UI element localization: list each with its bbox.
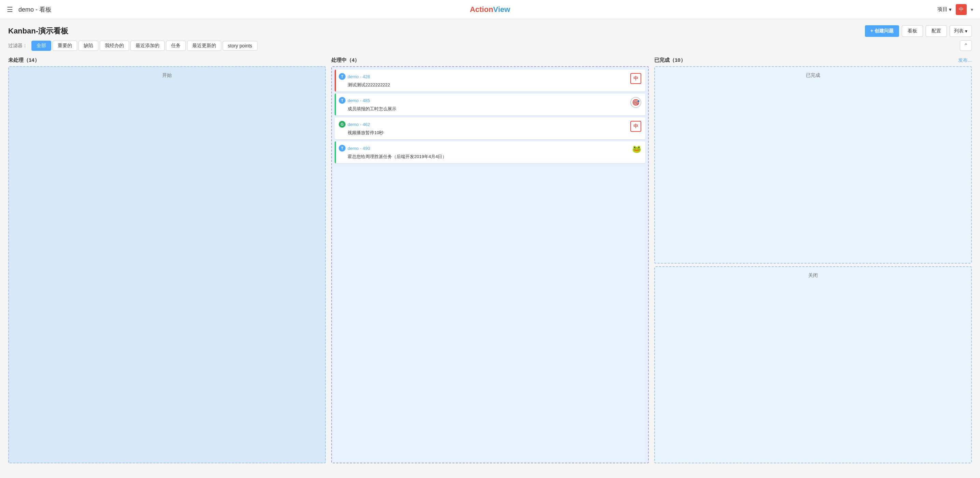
card-428-type-badge: T <box>339 73 345 80</box>
card-462-title: 视频播放暂停10秒 <box>339 130 630 136</box>
nav-title: demo - 看板 <box>18 5 52 14</box>
card-462-priority: 中 <box>630 121 641 132</box>
swimlane-done-label: 已完成 <box>658 70 968 81</box>
card-428-id[interactable]: demo - 428 <box>348 74 370 79</box>
filter-all[interactable]: 全部 <box>32 41 51 51</box>
card-485-meta: T demo - 485 <box>339 97 630 104</box>
card-485[interactable]: T demo - 485 成员填报的工时怎么展示 🎯 <box>335 94 645 115</box>
filter-label: 过滤器： <box>8 43 27 49</box>
card-490-inner: T demo - 490 霍总您给周理胜派任务（后端开发2019年4月4日） 🐸 <box>335 141 645 163</box>
card-462-content: G demo - 462 视频播放暂停10秒 <box>339 121 630 136</box>
swimlane-start: 开始 <box>12 70 322 81</box>
column-done-body: 已完成 关闭 <box>654 66 972 463</box>
card-428-meta: T demo - 428 <box>339 73 630 80</box>
column-todo-header: 未处理（14） <box>8 55 326 66</box>
filter-mine[interactable]: 我经办的 <box>100 41 129 51</box>
card-462[interactable]: G demo - 462 视频播放暂停10秒 中 <box>335 118 645 139</box>
card-485-type-badge: T <box>339 97 345 104</box>
card-485-id[interactable]: demo - 485 <box>348 98 370 103</box>
swimlane-closed-label: 关闭 <box>658 270 968 281</box>
card-485-title: 成员填报的工时怎么展示 <box>339 106 630 112</box>
column-inprogress-header: 处理中（4） <box>331 55 649 66</box>
card-485-priority-icon: 🎯 <box>630 97 641 108</box>
column-inprogress-body: T demo - 428 测试测试2222222222 中 T demo - <box>331 66 649 463</box>
header-actions: + 创建问题 看板 配置 列表 ▾ <box>865 25 972 37</box>
card-490[interactable]: T demo - 490 霍总您给周理胜派任务（后端开发2019年4月4日） 🐸 <box>335 141 645 163</box>
brand-action: Action <box>470 5 493 14</box>
column-todo: 未处理（14） 开始 <box>8 55 326 463</box>
card-490-content: T demo - 490 霍总您给周理胜派任务（后端开发2019年4月4日） <box>339 145 632 160</box>
page-header: Kanban-演示看板 + 创建问题 看板 配置 列表 ▾ <box>0 19 980 40</box>
top-nav: ☰ demo - 看板 ActionView 项目 ▾ 中 ▾ <box>0 0 980 19</box>
card-490-type-badge: T <box>339 145 345 152</box>
column-done: 已完成（10） 发布... 已完成 关闭 <box>654 55 972 463</box>
swimlane-closed: 关闭 <box>654 266 972 464</box>
avatar-dropdown-arrow: ▾ <box>971 7 973 12</box>
column-todo-title: 未处理（14） <box>8 57 40 64</box>
page-title: Kanban-演示看板 <box>8 26 68 36</box>
card-490-title: 霍总您给周理胜派任务（后端开发2019年4月4日） <box>339 154 632 160</box>
card-428[interactable]: T demo - 428 测试测试2222222222 中 <box>335 70 645 92</box>
column-todo-body: 开始 <box>8 66 326 463</box>
filter-important[interactable]: 重要的 <box>52 41 77 51</box>
card-485-content: T demo - 485 成员填报的工时怎么展示 <box>339 97 630 112</box>
card-428-priority: 中 <box>630 73 641 84</box>
card-490-meta: T demo - 490 <box>339 145 632 152</box>
filter-task[interactable]: 任务 <box>166 41 186 51</box>
config-button[interactable]: 配置 <box>926 25 947 37</box>
create-issue-button[interactable]: + 创建问题 <box>865 25 899 37</box>
list-dropdown-button[interactable]: 列表 ▾ <box>950 25 972 37</box>
brand-view: View <box>493 5 510 14</box>
priority-bar-red <box>335 70 336 92</box>
project-dropdown-button[interactable]: 项目 ▾ <box>937 6 952 13</box>
column-inprogress-title: 处理中（4） <box>331 57 360 64</box>
board-area: 未处理（14） 开始 处理中（4） T demo - 428 测试测试222 <box>0 55 980 472</box>
card-428-inner: T demo - 428 测试测试2222222222 中 <box>335 70 645 92</box>
user-avatar[interactable]: 中 <box>956 4 967 15</box>
column-inprogress: 处理中（4） T demo - 428 测试测试2222222222 中 <box>331 55 649 463</box>
brand-logo: ActionView <box>470 5 510 14</box>
card-462-type-badge: G <box>339 121 345 128</box>
filter-story-points[interactable]: story points <box>223 41 258 51</box>
filter-recent-update[interactable]: 最近更新的 <box>187 41 221 51</box>
filter-collapse-button[interactable]: ⌃ <box>960 40 972 51</box>
publish-button[interactable]: 发布... <box>958 57 972 64</box>
card-428-content: T demo - 428 测试测试2222222222 <box>339 73 630 88</box>
card-428-title: 测试测试2222222222 <box>339 82 630 88</box>
card-490-id[interactable]: demo - 490 <box>348 146 370 151</box>
card-462-id[interactable]: demo - 462 <box>348 122 370 127</box>
card-485-inner: T demo - 485 成员填报的工时怎么展示 🎯 <box>335 94 645 115</box>
column-done-title: 已完成（10） <box>654 57 686 64</box>
filter-bar: 过滤器： 全部 重要的 缺陷 我经办的 最近添加的 任务 最近更新的 story… <box>0 40 980 55</box>
card-462-inner: G demo - 462 视频播放暂停10秒 中 <box>335 118 645 139</box>
card-462-meta: G demo - 462 <box>339 121 630 128</box>
menu-icon[interactable]: ☰ <box>7 5 13 14</box>
filter-recent-add[interactable]: 最近添加的 <box>130 41 165 51</box>
swimlane-done: 已完成 <box>654 66 972 264</box>
nav-right: 项目 ▾ 中 ▾ <box>937 4 973 15</box>
priority-bar-green-490 <box>335 141 336 163</box>
card-490-avatar: 🐸 <box>632 145 641 154</box>
filter-bug[interactable]: 缺陷 <box>78 41 98 51</box>
column-done-header: 已完成（10） 发布... <box>654 55 972 66</box>
board-button[interactable]: 看板 <box>902 25 923 37</box>
priority-bar-green <box>335 94 336 115</box>
